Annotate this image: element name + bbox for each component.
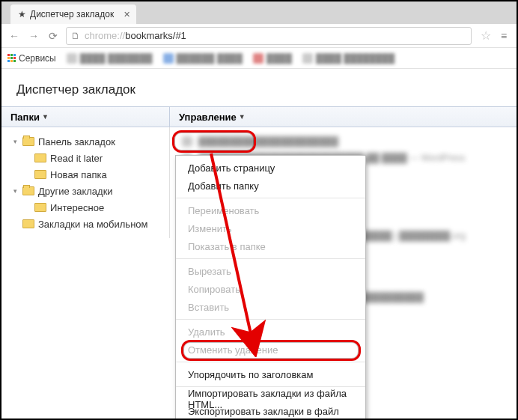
folder-open-icon — [22, 186, 34, 195]
triangle-down-icon: ▾ — [13, 138, 21, 145]
folder-icon — [34, 153, 46, 162]
forward-icon[interactable]: → — [27, 30, 40, 42]
menu-add-folder[interactable]: Добавить папку — [176, 177, 365, 195]
folder-open-icon — [22, 137, 34, 146]
column-header: Папки▼ Управление▼ — [1, 106, 517, 127]
folder-tree: ▾Панель закладок Read it later Новая пап… — [1, 127, 170, 238]
browser-tab[interactable]: ★ Диспетчер закладок ✕ — [10, 4, 136, 24]
bookmark-item[interactable]: ████ — [253, 53, 292, 64]
bookmark-item[interactable]: ████ ████████ — [302, 53, 394, 64]
tree-item-new-folder[interactable]: Новая папка — [1, 166, 169, 183]
menu-show-in-folder: Показать в папке — [176, 237, 365, 255]
apps-icon — [7, 54, 16, 62]
tree-item-interesting[interactable]: Интересное — [1, 199, 169, 216]
reload-icon[interactable]: ⟳ — [46, 30, 60, 42]
menu-separator — [176, 258, 365, 259]
manage-menu: Добавить страницу Добавить папку Переиме… — [175, 155, 366, 420]
menu-sort[interactable]: Упорядочить по заголовкам — [176, 365, 365, 383]
tab-strip: ★ Диспетчер закладок ✕ — [1, 1, 517, 24]
folder-icon — [22, 219, 34, 228]
menu-undo-delete: Отменить удаление — [176, 341, 365, 359]
tree-item-mobile[interactable]: Закладки на мобильном — [1, 216, 169, 232]
bookmark-star-icon[interactable]: ☆ — [481, 28, 491, 43]
triangle-down-icon: ▾ — [13, 187, 21, 195]
tree-item-read-later[interactable]: Read it later — [1, 150, 169, 166]
folder-icon — [34, 170, 46, 179]
menu-separator — [176, 198, 365, 198]
folder-icon — [34, 203, 46, 212]
menu-paste: Вставить — [176, 298, 365, 316]
menu-copy: Копировать — [176, 280, 365, 298]
menu-rename: Переименовать — [176, 201, 365, 219]
star-icon: ★ — [18, 9, 26, 19]
bookmark-item[interactable]: ████ ███████ — [67, 53, 153, 64]
tree-item-panel[interactable]: ▾Панель закладок — [1, 133, 169, 150]
toolbar: ← → ⟳ 🗋 chrome://bookmarks/#1 ☆ ≡ — [1, 24, 517, 48]
menu-separator — [176, 319, 365, 320]
menu-edit: Изменить — [176, 219, 365, 237]
menu-cut: Вырезать — [176, 262, 365, 280]
page-icon: 🗋 — [71, 31, 80, 41]
page-title: Диспетчер закладок — [1, 69, 517, 106]
menu-delete: Удалить — [176, 323, 365, 341]
menu-add-page[interactable]: Добавить страницу — [176, 159, 365, 177]
omnibox[interactable]: 🗋 chrome://bookmarks/#1 — [66, 27, 472, 45]
menu-separator — [176, 386, 365, 387]
apps-label: Сервисы — [19, 53, 56, 64]
apps-shortcut[interactable]: Сервисы — [7, 53, 56, 64]
chevron-down-icon: ▼ — [42, 113, 49, 121]
back-icon[interactable]: ← — [7, 30, 21, 42]
tree-item-other[interactable]: ▾Другие закладки — [1, 183, 169, 199]
chevron-down-icon: ▼ — [239, 113, 246, 121]
tab-title: Диспетчер закладок — [30, 9, 114, 19]
url-scheme: chrome:// — [85, 30, 125, 41]
folders-header[interactable]: Папки▼ — [1, 107, 170, 127]
bookmarks-bar: Сервисы ████ ███████ ██████ ████ ████ ██… — [1, 48, 517, 69]
menu-icon[interactable]: ≡ — [497, 30, 511, 42]
manage-dropdown-button[interactable]: Управление▼ — [170, 107, 255, 127]
url-path: bookmarks/#1 — [125, 30, 186, 41]
menu-separator — [176, 362, 365, 362]
bookmark-item[interactable]: ██████ ████ — [163, 53, 243, 64]
close-icon[interactable]: ✕ — [124, 10, 130, 19]
menu-export-html[interactable]: Экспортировать закладки в файл HTML... — [176, 408, 365, 420]
